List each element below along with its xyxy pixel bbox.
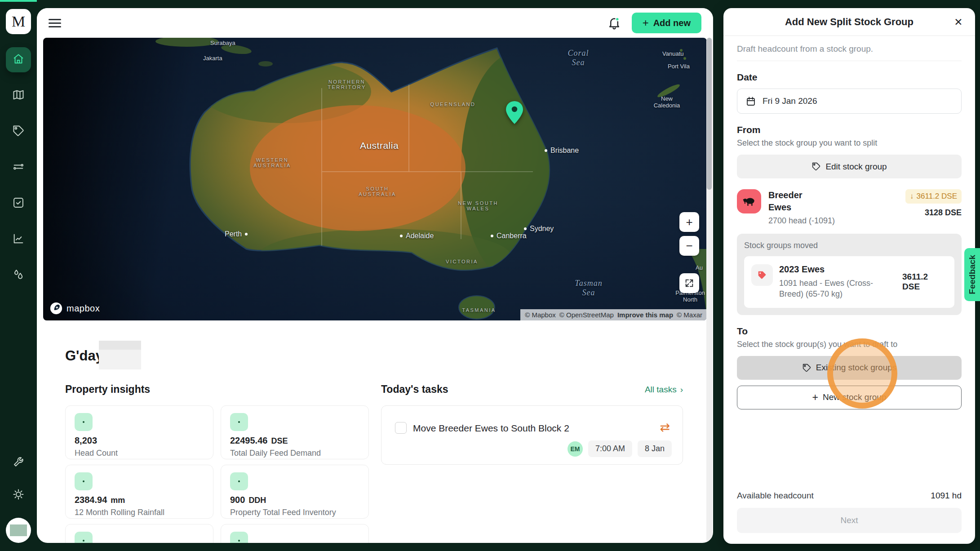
from-label: From bbox=[737, 124, 962, 135]
new-stock-group-button[interactable]: + New stock group bbox=[737, 386, 962, 409]
main-scrollbar-track[interactable] bbox=[706, 38, 712, 543]
moved-group-detail: 1091 head - Ewes (Cross-Breed) (65-70 kg… bbox=[779, 278, 896, 300]
task-meta: EM 7:00 AM 8 Jan bbox=[568, 440, 672, 457]
redacted-user-name bbox=[99, 341, 141, 369]
from-hint: Select the stock group you want to split bbox=[737, 138, 962, 148]
stock-group-headcount: 2700 head (-1091) bbox=[768, 216, 835, 226]
plus-icon: + bbox=[812, 391, 818, 404]
available-headcount-label: Available headcount bbox=[737, 491, 814, 501]
avatar-placeholder bbox=[10, 524, 27, 536]
map-label-tasman-sea: Tasman Sea bbox=[575, 279, 602, 298]
sidebar-item-settings[interactable] bbox=[9, 485, 28, 505]
sidebar-item-analytics[interactable] bbox=[6, 227, 31, 252]
map-canvas[interactable]: Surabaya Jakarta Coral Sea Vanuatu Port … bbox=[43, 38, 707, 320]
to-label: To bbox=[737, 326, 962, 337]
next-button[interactable]: Next bbox=[737, 508, 962, 533]
map-label-canberra: Canberra bbox=[491, 232, 527, 240]
map-label-vic: VICTORIA bbox=[446, 259, 478, 264]
chevron-right-icon: › bbox=[680, 385, 683, 395]
map-label-surabaya: Surabaya bbox=[210, 40, 235, 46]
sidebar-item-home[interactable] bbox=[6, 48, 31, 72]
move-task-icon: ⇄ bbox=[660, 420, 670, 435]
panel-title: Add New Split Stock Group bbox=[785, 16, 913, 28]
task-date-badge: 8 Jan bbox=[638, 440, 672, 457]
tasks-title: Today's tasks bbox=[381, 383, 448, 395]
gear-icon bbox=[12, 488, 25, 502]
sidebar-bottom bbox=[6, 453, 31, 543]
sidebar-item-feed-planning[interactable] bbox=[6, 156, 31, 180]
sidebar-item-tools[interactable] bbox=[9, 453, 28, 473]
sidebar-item-stock-groups[interactable] bbox=[6, 120, 31, 144]
insight-card-partial bbox=[221, 524, 369, 543]
stock-group-name: Breeder Ewes bbox=[768, 189, 822, 213]
stock-groups-moved-box: Stock groups moved 2023 Ewes 1091 head -… bbox=[737, 234, 962, 315]
insight-card-partial bbox=[65, 524, 213, 543]
insight-icon bbox=[75, 532, 93, 543]
hamburger-menu-icon[interactable] bbox=[49, 19, 61, 27]
map-label-tas: TASMANIA bbox=[462, 307, 496, 313]
sliders-icon bbox=[12, 160, 25, 175]
main-scrollbar-thumb[interactable] bbox=[707, 38, 712, 190]
map-label-perth: Perth bbox=[225, 230, 248, 238]
sidebar-item-map[interactable] bbox=[6, 84, 31, 108]
tag-icon bbox=[811, 162, 821, 171]
close-icon[interactable]: ✕ bbox=[952, 15, 965, 29]
map-marker-pin[interactable] bbox=[505, 101, 524, 125]
dse-total: 3128 DSE bbox=[925, 208, 962, 218]
sidebar: M bbox=[0, 0, 37, 551]
moved-label: Stock groups moved bbox=[744, 241, 954, 250]
map-zoom-in-button[interactable]: + bbox=[679, 212, 699, 232]
mapbox-icon bbox=[49, 302, 63, 315]
moved-group-dse: 3611.2 DSE bbox=[902, 272, 947, 292]
panel-body: Draft headcount from a stock group. Date… bbox=[723, 36, 975, 544]
sidebar-nav bbox=[6, 48, 31, 288]
insight-card-head-count: 8,203 Head Count bbox=[65, 405, 213, 459]
user-avatar[interactable] bbox=[6, 518, 31, 543]
chart-line-icon bbox=[12, 232, 25, 247]
wrench-icon bbox=[12, 456, 25, 470]
panel-header: Add New Split Stock Group ✕ bbox=[723, 8, 975, 36]
map-label-australia: Australia bbox=[360, 140, 399, 151]
all-tasks-link[interactable]: All tasks › bbox=[645, 385, 683, 395]
mapbox-logo[interactable]: mapbox bbox=[49, 302, 100, 315]
map-label-sa: SOUTH AUSTRALIA bbox=[359, 186, 396, 197]
map-label-qld: QUEENSLAND bbox=[430, 102, 476, 107]
map-label-jakarta: Jakarta bbox=[203, 55, 222, 62]
map-zoom-out-button[interactable]: − bbox=[679, 236, 699, 256]
improve-map-link[interactable]: Improve this map bbox=[617, 311, 673, 319]
existing-stock-groups-button[interactable]: Existing stock groups bbox=[737, 356, 962, 380]
map-fullscreen-button[interactable] bbox=[679, 273, 699, 293]
insight-icon bbox=[75, 413, 93, 431]
task-time-badge: 7:00 AM bbox=[588, 440, 632, 457]
notifications-bell-icon[interactable] bbox=[607, 15, 622, 31]
date-field[interactable]: Fri 9 Jan 2026 bbox=[737, 89, 962, 114]
assignee-avatar: EM bbox=[568, 441, 583, 457]
expand-icon bbox=[684, 278, 694, 288]
sidebar-item-tasks[interactable] bbox=[6, 191, 31, 216]
insight-card-feed-demand: 22495.46DSE Total Daily Feed Demand bbox=[221, 405, 369, 459]
map-label-new-caledonia: New Caledonia bbox=[654, 95, 680, 109]
insight-icon bbox=[75, 472, 93, 490]
main-content: + Add new bbox=[37, 8, 713, 543]
app-logo[interactable]: M bbox=[6, 9, 31, 34]
map-label-brisbane: Brisbane bbox=[545, 147, 579, 155]
edit-stock-group-button[interactable]: Edit stock group bbox=[737, 155, 962, 178]
panel-footer: Available headcount 1091 hd Next bbox=[737, 491, 962, 533]
moved-stock-group-card[interactable]: 2023 Ewes 1091 head - Ewes (Cross-Breed)… bbox=[744, 256, 954, 308]
feedback-tab[interactable]: Feedback bbox=[964, 248, 980, 301]
map-label-coral-sea: Coral Sea bbox=[568, 49, 589, 67]
map-landmass bbox=[43, 38, 707, 320]
map-attribution: © Mapbox © OpenStreetMap Improve this ma… bbox=[520, 309, 707, 320]
tag-icon bbox=[802, 363, 811, 373]
sheep-icon bbox=[737, 189, 761, 213]
date-label: Date bbox=[737, 72, 962, 83]
task-card: Move Breeder Ewes to South Block 2 ⇄ EM … bbox=[381, 405, 683, 465]
droplets-icon bbox=[12, 268, 25, 283]
add-new-button[interactable]: + Add new bbox=[632, 13, 701, 33]
map-label-wa: WESTERN AUSTRALIA bbox=[253, 157, 291, 168]
map-label-vanuatu: Vanuatu bbox=[662, 50, 683, 57]
red-tag-icon bbox=[751, 264, 773, 286]
to-hint: Select the stock group(s) you want to dr… bbox=[737, 340, 962, 349]
task-checkbox[interactable] bbox=[395, 422, 407, 434]
sidebar-item-water[interactable] bbox=[6, 263, 31, 288]
